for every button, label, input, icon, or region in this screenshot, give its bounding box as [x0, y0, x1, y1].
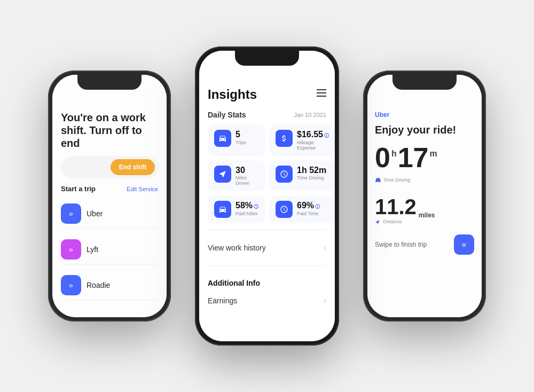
- paid-time-value: 69%ⓘ: [297, 201, 320, 210]
- paid-miles-label: Paid Miles: [235, 211, 258, 216]
- time-icon: [276, 166, 293, 183]
- right-phone-screen: Uber Enjoy your ride! 0 h 17 m Time Driv…: [367, 75, 482, 317]
- time-info: 1h 52m Time Driving: [297, 166, 326, 181]
- miles-icon: [214, 166, 231, 183]
- trips-value: 5: [235, 130, 246, 139]
- enjoy-title: Enjoy your ride!: [375, 124, 474, 136]
- hamburger-line-3: [317, 96, 326, 97]
- work-shift-title: You're on a work shift. Turn off to end: [61, 111, 158, 150]
- time-value: 1h 52m: [297, 166, 326, 175]
- daily-stats-section: Daily Stats Jan 10 2021: [208, 111, 326, 223]
- mileage-value: $16.55ⓘ: [297, 130, 329, 139]
- swipe-button[interactable]: «: [454, 234, 474, 255]
- miles-value: 30: [235, 166, 258, 175]
- mileage-icon: [276, 130, 293, 147]
- minutes-value: 17: [398, 144, 429, 171]
- roadie-icon-box: »: [61, 275, 81, 295]
- insights-title: Insights: [208, 87, 257, 102]
- mileage-label: Mileage Expense: [297, 140, 329, 151]
- divider-1: [208, 230, 326, 230]
- stat-time: 1h 52m Time Driving: [269, 160, 335, 192]
- minutes-unit: m: [430, 149, 437, 159]
- stat-mileage: $16.55ⓘ Mileage Expense: [269, 124, 335, 156]
- trip-item-roadie[interactable]: » Roadie: [61, 271, 158, 300]
- left-phone-notch: [77, 75, 142, 90]
- paid-time-info: 69%ⓘ Paid Time: [297, 201, 320, 216]
- end-shift-button[interactable]: End shift: [111, 159, 155, 175]
- stat-paid-time: 69%ⓘ Paid Time: [269, 195, 335, 223]
- center-phone-notch: [235, 51, 299, 66]
- left-phone-screen: You're on a work shift. Turn off to end …: [52, 75, 167, 317]
- start-trip-header: Start a trip Edit Service: [61, 185, 158, 193]
- left-phone: You're on a work shift. Turn off to end …: [48, 70, 171, 322]
- edit-service-link[interactable]: Edit Service: [127, 186, 158, 192]
- lyft-trip-name: Lyft: [87, 245, 98, 254]
- hours-unit: h: [391, 149, 397, 159]
- center-phone: Insights Daily Stats Jan 10 2021: [195, 46, 339, 346]
- mileage-info: $16.55ⓘ Mileage Expense: [297, 130, 329, 151]
- miles-big-value: 11.2: [375, 195, 417, 219]
- stats-grid: 5 Trips: [208, 124, 326, 223]
- view-work-history-row[interactable]: View work history ›: [208, 237, 326, 259]
- paid-miles-info: 58%ⓘ Paid Miles: [235, 201, 258, 216]
- uber-icon-box: »: [61, 203, 81, 224]
- earnings-label: Earnings: [208, 296, 237, 305]
- big-timer: 0 h 17 m: [375, 144, 474, 171]
- miles-info: 30 Miles Driven: [235, 166, 258, 186]
- uber-trip-name: Uber: [87, 209, 103, 218]
- trip-item-lyft[interactable]: » Lyft: [61, 235, 158, 264]
- roadie-trip-name: Roadie: [87, 281, 110, 289]
- time-driving-text: Time Driving: [383, 177, 410, 183]
- insights-header: Insights: [208, 87, 326, 102]
- end-shift-row: End shift: [61, 156, 158, 178]
- hamburger-icon[interactable]: [317, 89, 326, 97]
- stat-miles: 30 Miles Driven: [208, 160, 265, 192]
- earnings-chevron: ›: [324, 296, 326, 305]
- hours-value: 0: [375, 144, 390, 171]
- stat-trips: 5 Trips: [208, 124, 265, 156]
- miles-label: Miles Driven: [235, 175, 258, 186]
- paid-miles-icon: [214, 201, 231, 218]
- right-phone-notch: [392, 75, 457, 90]
- stat-paid-miles: 58%ⓘ Paid Miles: [208, 195, 265, 223]
- miles-row: 11.2 miles: [375, 195, 474, 219]
- swipe-row: Swipe to finish trip «: [375, 234, 474, 255]
- swipe-text: Swipe to finish trip: [375, 241, 427, 248]
- paid-time-icon: [276, 201, 293, 218]
- right-phone: Uber Enjoy your ride! 0 h 17 m Time Driv…: [363, 70, 486, 322]
- hamburger-line-1: [317, 89, 326, 90]
- center-phone-screen: Insights Daily Stats Jan 10 2021: [199, 51, 335, 341]
- time-label: Time Driving: [297, 175, 326, 181]
- distance-label: Distance: [375, 219, 474, 225]
- daily-stats-label: Daily Stats: [208, 111, 246, 119]
- phones-container: You're on a work shift. Turn off to end …: [27, 14, 507, 378]
- view-work-history-chevron: ›: [324, 243, 326, 253]
- earnings-row[interactable]: Earnings ›: [208, 289, 326, 312]
- start-trip-label: Start a trip: [61, 185, 96, 193]
- trips-icon: [214, 130, 231, 147]
- paid-miles-value: 58%ⓘ: [235, 201, 258, 210]
- trips-info: 5 Trips: [235, 130, 246, 145]
- additional-info-title: Additional Info: [208, 272, 326, 289]
- lyft-icon-box: »: [61, 239, 81, 260]
- miles-unit-label: miles: [419, 211, 435, 219]
- daily-stats-header: Daily Stats Jan 10 2021: [208, 111, 326, 119]
- paid-time-label: Paid Time: [297, 211, 320, 216]
- daily-stats-date: Jan 10 2021: [294, 112, 326, 118]
- trips-label: Trips: [235, 140, 246, 145]
- miles-section: 11.2 miles Distance: [375, 195, 474, 225]
- trip-item-uber[interactable]: » Uber: [61, 199, 158, 229]
- time-driving-label: Time Driving: [375, 177, 474, 183]
- uber-service-label: Uber: [375, 111, 474, 119]
- divider-2: [208, 265, 326, 266]
- distance-text: Distance: [383, 219, 402, 224]
- hamburger-line-2: [317, 92, 326, 93]
- view-work-history-label: View work history: [208, 244, 266, 252]
